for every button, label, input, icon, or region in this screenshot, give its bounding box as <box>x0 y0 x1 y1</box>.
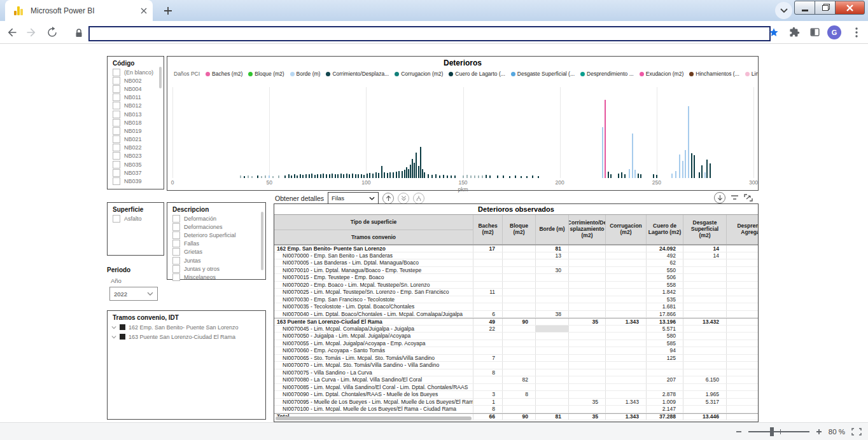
table-cell[interactable] <box>605 326 646 333</box>
row-label[interactable]: NI0070015 - Emp. Teustepe - Emp. Boaco <box>274 274 473 281</box>
table-cell[interactable] <box>568 355 605 362</box>
tab-close-icon[interactable] <box>140 7 148 15</box>
descripcion-item[interactable]: Juntas y otros <box>167 265 265 273</box>
bar[interactable] <box>352 174 353 178</box>
table-cell[interactable] <box>605 252 646 259</box>
table-cell[interactable] <box>473 274 502 281</box>
table-cell[interactable] <box>502 259 535 266</box>
table-cell[interactable] <box>473 259 502 266</box>
codigo-item[interactable]: NB019 <box>108 127 164 135</box>
table-cell[interactable]: 2.147 <box>646 406 683 413</box>
table-cell[interactable] <box>535 296 568 303</box>
bar[interactable] <box>332 174 333 178</box>
table-cell[interactable] <box>568 311 605 318</box>
table-cell[interactable] <box>726 376 758 383</box>
table-cell[interactable]: 506 <box>646 274 683 281</box>
table-cell[interactable]: 585 <box>646 340 683 347</box>
table-cell[interactable] <box>568 259 605 266</box>
table-cell[interactable] <box>683 347 726 354</box>
bar[interactable] <box>503 175 504 178</box>
table-cell[interactable]: 62 <box>646 259 683 266</box>
new-tab-button[interactable] <box>160 3 176 19</box>
table-cell[interactable] <box>726 303 758 310</box>
row-label[interactable]: NI0070035 - Tecolostote - Lim. Dptal. Bo… <box>274 303 473 310</box>
table-cell[interactable]: 81 <box>535 414 568 420</box>
table-cell[interactable] <box>502 384 535 391</box>
drill-down-double-icon[interactable] <box>398 193 409 204</box>
bar[interactable] <box>710 163 711 178</box>
table-cell[interactable]: 30 <box>535 267 568 274</box>
chevron-down-icon[interactable] <box>111 326 116 329</box>
table-cell[interactable] <box>683 362 726 369</box>
legend-item[interactable]: Lineal (Long.,Tra... <box>745 71 758 77</box>
codigo-item[interactable]: NB012 <box>108 102 164 110</box>
codigo-item[interactable]: NB039 <box>108 177 164 185</box>
table-row[interactable]: NI0070040 - Lim. Dptal. Boaco/Chontales … <box>274 311 758 319</box>
superficie-item[interactable]: Asfalto <box>108 214 164 223</box>
bar[interactable] <box>679 155 680 178</box>
bar[interactable] <box>706 160 708 178</box>
table-cell[interactable] <box>568 340 605 347</box>
table-row[interactable]: 162 Emp. San Benito- Puente San Lorenzo1… <box>274 245 758 252</box>
descripcion-item[interactable]: Miscelaneos <box>167 273 265 281</box>
descripcion-item[interactable]: Deterioro Superficial <box>167 231 265 239</box>
bar[interactable] <box>675 171 676 178</box>
table-cell[interactable] <box>502 289 535 296</box>
table-cell[interactable]: 24.092 <box>646 245 683 252</box>
bar[interactable] <box>482 175 483 178</box>
table-cell[interactable] <box>535 369 568 376</box>
table-cell[interactable] <box>473 333 502 340</box>
bar[interactable] <box>248 175 249 178</box>
table-cell[interactable] <box>502 399 535 406</box>
bar[interactable] <box>337 174 339 178</box>
checked-checkbox-icon[interactable] <box>120 334 125 340</box>
table-cell[interactable] <box>535 340 568 347</box>
table-cell[interactable] <box>568 391 605 398</box>
table-cell[interactable]: 558 <box>646 282 683 289</box>
table-cell[interactable] <box>568 296 605 303</box>
table-cell[interactable] <box>473 282 502 289</box>
legend-item[interactable]: Desgaste Superficial (... <box>511 71 575 77</box>
row-label[interactable]: 163 Puente San Lorenzo-Ciudad El Rama <box>274 319 473 325</box>
table-cell[interactable] <box>535 259 568 266</box>
bar[interactable] <box>538 176 539 178</box>
table-cell[interactable] <box>502 274 535 281</box>
row-label[interactable]: NI0070080 - La Curva - Lim. Mcpal. Villa… <box>274 376 473 383</box>
bar[interactable] <box>418 166 419 178</box>
table-cell[interactable] <box>726 296 758 303</box>
table-cell[interactable] <box>568 326 605 333</box>
table-row[interactable]: NI0070100 - Lim. Mcpal. Muelle de Los Bu… <box>274 406 758 413</box>
table-cell[interactable] <box>502 245 535 252</box>
table-cell[interactable]: 1.965 <box>683 391 726 398</box>
bar[interactable] <box>463 175 464 178</box>
checkbox-icon[interactable] <box>113 119 120 127</box>
table-cell[interactable] <box>502 311 535 318</box>
table-cell[interactable] <box>502 303 535 310</box>
row-label[interactable]: NI0070055 - Lim. Mcpal. Juigalpa/Acoyapa… <box>274 340 473 347</box>
bar[interactable] <box>375 172 377 178</box>
table-row[interactable]: NI0070035 - Tecolostote - Lim. Dptal. Bo… <box>274 303 758 311</box>
table-cell[interactable] <box>726 245 758 252</box>
table-cell[interactable] <box>473 376 502 383</box>
bar[interactable] <box>257 175 258 178</box>
column-header[interactable]: Corrimiento/De splazamiento (m2) <box>568 215 605 244</box>
column-header[interactable]: Borde (m) <box>535 215 568 244</box>
table-cell[interactable] <box>605 333 646 340</box>
bar[interactable] <box>701 165 703 178</box>
codigo-item[interactable]: NB004 <box>108 85 164 93</box>
table-cell[interactable] <box>473 347 502 354</box>
bar[interactable] <box>691 153 692 178</box>
bar[interactable] <box>355 174 356 178</box>
row-label[interactable]: NI0070060 - Emp. Acoyapa - Santo Tomás <box>274 347 473 354</box>
bar[interactable] <box>431 175 433 178</box>
table-cell[interactable] <box>726 326 758 333</box>
table-row[interactable]: NI0070045 - Lim. Mcpal. Comalapa/Juigalp… <box>274 326 758 333</box>
bar[interactable] <box>454 175 456 178</box>
table-cell[interactable]: 17 <box>473 245 502 252</box>
checkbox-icon[interactable] <box>113 85 120 93</box>
bar[interactable] <box>300 174 301 178</box>
table-cell[interactable] <box>535 376 568 383</box>
table-cell[interactable]: 1.009 <box>646 399 683 406</box>
table-cell[interactable] <box>535 391 568 398</box>
table-cell[interactable] <box>605 289 646 296</box>
